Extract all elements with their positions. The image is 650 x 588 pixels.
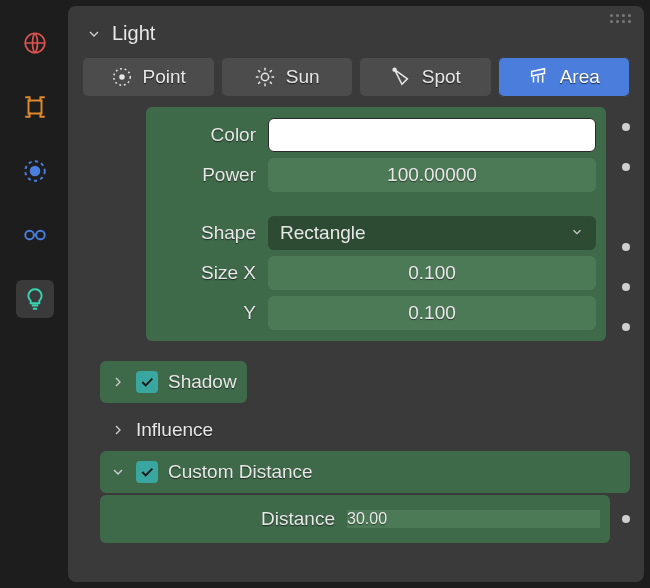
panel-header[interactable]: Light bbox=[82, 18, 630, 57]
sizey-label: Y bbox=[156, 302, 256, 324]
light-type-tabs: Point Sun Spot Area bbox=[82, 57, 630, 107]
light-type-label: Point bbox=[143, 66, 186, 88]
svg-point-8 bbox=[261, 73, 268, 80]
light-type-label: Area bbox=[560, 66, 600, 88]
chevron-right-icon bbox=[110, 374, 126, 390]
tab-data-light[interactable] bbox=[16, 280, 54, 318]
light-type-area[interactable]: Area bbox=[498, 57, 631, 97]
sizey-row: Y 0.100 bbox=[156, 293, 596, 333]
color-swatch[interactable] bbox=[268, 118, 596, 152]
influence-label: Influence bbox=[136, 419, 213, 441]
power-field[interactable]: 100.00000 bbox=[268, 158, 596, 192]
light-type-label: Sun bbox=[286, 66, 320, 88]
custom-distance-checkbox[interactable] bbox=[136, 461, 158, 483]
sizey-field[interactable]: 0.100 bbox=[268, 296, 596, 330]
tab-object[interactable] bbox=[16, 88, 54, 126]
spot-light-icon bbox=[390, 66, 412, 88]
custom-distance-subpanel-header[interactable]: Custom Distance bbox=[100, 451, 630, 493]
power-row: Power 100.00000 bbox=[156, 155, 596, 195]
light-properties-group: Color Power 100.00000 Shape Rectangle bbox=[146, 107, 606, 341]
sizex-label: Size X bbox=[156, 262, 256, 284]
sizex-field[interactable]: 0.100 bbox=[268, 256, 596, 290]
color-row: Color bbox=[156, 115, 596, 155]
shadow-subpanel-header[interactable]: Shadow bbox=[100, 361, 247, 403]
properties-tab-strip bbox=[6, 6, 64, 582]
light-type-label: Spot bbox=[422, 66, 461, 88]
anim-dot[interactable] bbox=[622, 515, 630, 523]
panel-drag-handle-icon[interactable] bbox=[610, 14, 632, 24]
shape-value: Rectangle bbox=[280, 222, 366, 244]
area-light-icon bbox=[528, 66, 550, 88]
light-properties-panel: Light Point Sun Spot bbox=[68, 6, 644, 582]
distance-field[interactable]: 30.00 bbox=[347, 510, 600, 528]
chevron-right-icon bbox=[110, 422, 126, 438]
tab-constraints[interactable] bbox=[16, 216, 54, 254]
anim-dot[interactable] bbox=[622, 323, 630, 331]
svg-point-9 bbox=[393, 68, 396, 71]
tab-world[interactable] bbox=[16, 24, 54, 62]
sun-light-icon bbox=[254, 66, 276, 88]
distance-label: Distance bbox=[110, 508, 335, 530]
chevron-down-icon bbox=[570, 222, 584, 244]
svg-point-6 bbox=[120, 75, 124, 79]
sizex-row: Size X 0.100 bbox=[156, 253, 596, 293]
shadow-label: Shadow bbox=[168, 371, 237, 393]
power-label: Power bbox=[156, 164, 256, 186]
svg-point-2 bbox=[31, 167, 40, 176]
distance-row: Distance 30.00 bbox=[100, 497, 630, 541]
svg-point-5 bbox=[36, 231, 45, 240]
panel-title: Light bbox=[112, 22, 155, 45]
shape-row: Shape Rectangle bbox=[156, 213, 596, 253]
chevron-down-icon bbox=[110, 464, 126, 480]
shape-label: Shape bbox=[156, 222, 256, 244]
svg-rect-1 bbox=[29, 101, 42, 114]
custom-distance-label: Custom Distance bbox=[168, 461, 313, 483]
light-type-spot[interactable]: Spot bbox=[359, 57, 492, 97]
svg-point-4 bbox=[25, 231, 34, 240]
light-type-sun[interactable]: Sun bbox=[221, 57, 354, 97]
anim-dot[interactable] bbox=[622, 123, 630, 131]
anim-dot[interactable] bbox=[622, 163, 630, 171]
anim-dot[interactable] bbox=[622, 283, 630, 291]
chevron-down-icon bbox=[86, 26, 102, 42]
anim-dot[interactable] bbox=[622, 243, 630, 251]
shape-select[interactable]: Rectangle bbox=[268, 216, 596, 250]
point-light-icon bbox=[111, 66, 133, 88]
tab-physics[interactable] bbox=[16, 152, 54, 190]
light-type-point[interactable]: Point bbox=[82, 57, 215, 97]
color-label: Color bbox=[156, 124, 256, 146]
influence-subpanel-header[interactable]: Influence bbox=[100, 409, 630, 451]
shadow-checkbox[interactable] bbox=[136, 371, 158, 393]
